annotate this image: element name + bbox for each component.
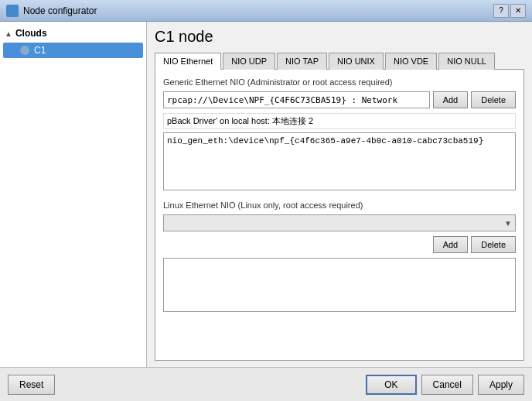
node-dot-icon [20,46,29,55]
sidebar-header: ▲ Clouds [3,25,143,42]
main-container: ▲ Clouds C1 C1 node NIO Ethernet NIO UDP… [0,22,532,401]
generic-ethernet-label: Generic Ethernet NIO (Administrator or r… [163,77,516,87]
ethernet-input-row: Add Delete [163,91,516,108]
title-bar-text: Node configurator [23,5,493,16]
close-button[interactable]: ✕ [510,4,526,18]
tab-nio-udp[interactable]: NIO UDP [223,53,275,70]
tab-nio-unix[interactable]: NIO UNIX [329,53,384,70]
tabs-container: NIO Ethernet NIO UDP NIO TAP NIO UNIX NI… [155,52,524,70]
linux-btn-row: Add Delete [163,236,516,253]
collapse-arrow-icon: ▲ [5,29,12,38]
right-panel: C1 node NIO Ethernet NIO UDP NIO TAP NIO… [147,22,532,367]
ethernet-input[interactable] [163,91,430,108]
app-icon [6,5,19,17]
dropdown-arrow-icon: ▼ [504,219,512,228]
cancel-button[interactable]: Cancel [421,375,473,395]
linux-textarea [163,258,516,312]
apply-button[interactable]: Apply [478,375,524,395]
ethernet-add-button[interactable]: Add [433,91,469,108]
tab-content-nio-ethernet: Generic Ethernet NIO (Administrator or r… [155,70,524,361]
sidebar: ▲ Clouds C1 [0,22,147,367]
iface-text: pBack Driver' on local host: 本地连接 2 [167,116,313,125]
ethernet-delete-button[interactable]: Delete [471,91,516,108]
linux-delete-button[interactable]: Delete [471,236,516,253]
sidebar-item-label: C1 [34,45,46,56]
bottom-bar-right: OK Cancel Apply [366,375,524,395]
title-bar-buttons: ? ✕ [493,4,526,18]
ethernet-textarea[interactable]: nio_gen_eth:\device\npf_{c4f6c365-a9e7-4… [163,132,516,190]
title-bar: Node configurator ? ✕ [0,0,532,22]
sidebar-item-c1[interactable]: C1 [3,43,143,58]
tab-nio-null[interactable]: NIO NULL [438,53,495,70]
linux-ethernet-dropdown[interactable]: ▼ [163,214,516,231]
panel-title: C1 node [155,28,524,46]
linux-add-button[interactable]: Add [433,236,469,253]
reset-button[interactable]: Reset [8,375,55,395]
content-area: ▲ Clouds C1 C1 node NIO Ethernet NIO UDP… [0,22,532,367]
help-button[interactable]: ? [493,4,509,18]
iface-line: pBack Driver' on local host: 本地连接 2 [163,113,516,129]
linux-ethernet-label: Linux Ethernet NIO (Linux only, root acc… [163,200,516,210]
bottom-bar: Reset OK Cancel Apply [0,367,532,401]
tab-nio-ethernet[interactable]: NIO Ethernet [155,53,221,70]
ok-button[interactable]: OK [366,375,416,395]
clouds-label: Clouds [15,28,47,39]
tab-nio-vde[interactable]: NIO VDE [385,53,437,70]
tab-nio-tap[interactable]: NIO TAP [277,53,327,70]
linux-dropdown-row: ▼ [163,214,516,231]
bottom-bar-left: Reset [8,375,366,395]
